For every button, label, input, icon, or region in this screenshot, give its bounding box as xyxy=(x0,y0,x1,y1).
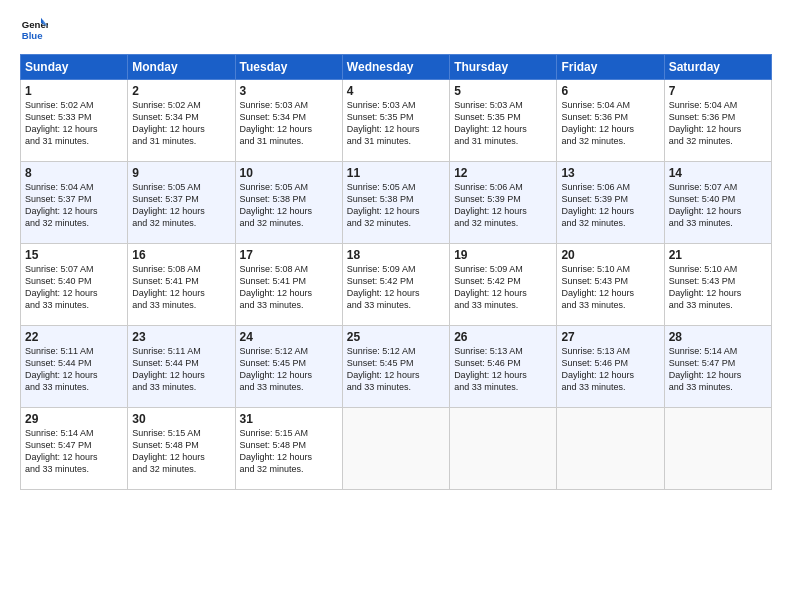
day-details: Sunrise: 5:05 AMSunset: 5:37 PMDaylight:… xyxy=(132,182,205,228)
day-details: Sunrise: 5:03 AMSunset: 5:35 PMDaylight:… xyxy=(454,100,527,146)
day-details: Sunrise: 5:02 AMSunset: 5:34 PMDaylight:… xyxy=(132,100,205,146)
day-details: Sunrise: 5:11 AMSunset: 5:44 PMDaylight:… xyxy=(25,346,98,392)
calendar-cell: 6Sunrise: 5:04 AMSunset: 5:36 PMDaylight… xyxy=(557,80,664,162)
calendar-cell: 12Sunrise: 5:06 AMSunset: 5:39 PMDayligh… xyxy=(450,162,557,244)
day-header-friday: Friday xyxy=(557,55,664,80)
day-number: 20 xyxy=(561,248,659,262)
calendar-cell xyxy=(557,408,664,490)
calendar-cell: 11Sunrise: 5:05 AMSunset: 5:38 PMDayligh… xyxy=(342,162,449,244)
day-number: 28 xyxy=(669,330,767,344)
calendar-cell: 21Sunrise: 5:10 AMSunset: 5:43 PMDayligh… xyxy=(664,244,771,326)
day-details: Sunrise: 5:10 AMSunset: 5:43 PMDaylight:… xyxy=(561,264,634,310)
calendar-cell: 23Sunrise: 5:11 AMSunset: 5:44 PMDayligh… xyxy=(128,326,235,408)
calendar-cell: 19Sunrise: 5:09 AMSunset: 5:42 PMDayligh… xyxy=(450,244,557,326)
page-container: General Blue SundayMondayTuesdayWednesda… xyxy=(0,0,792,612)
calendar-cell xyxy=(342,408,449,490)
day-details: Sunrise: 5:03 AMSunset: 5:34 PMDaylight:… xyxy=(240,100,313,146)
calendar-cell: 18Sunrise: 5:09 AMSunset: 5:42 PMDayligh… xyxy=(342,244,449,326)
logo-icon: General Blue xyxy=(20,16,48,44)
calendar-cell: 26Sunrise: 5:13 AMSunset: 5:46 PMDayligh… xyxy=(450,326,557,408)
calendar-cell: 9Sunrise: 5:05 AMSunset: 5:37 PMDaylight… xyxy=(128,162,235,244)
day-number: 17 xyxy=(240,248,338,262)
day-header-thursday: Thursday xyxy=(450,55,557,80)
day-details: Sunrise: 5:13 AMSunset: 5:46 PMDaylight:… xyxy=(561,346,634,392)
day-number: 12 xyxy=(454,166,552,180)
day-details: Sunrise: 5:13 AMSunset: 5:46 PMDaylight:… xyxy=(454,346,527,392)
day-number: 2 xyxy=(132,84,230,98)
svg-text:Blue: Blue xyxy=(22,30,43,41)
calendar-cell: 4Sunrise: 5:03 AMSunset: 5:35 PMDaylight… xyxy=(342,80,449,162)
day-number: 16 xyxy=(132,248,230,262)
week-row-2: 8Sunrise: 5:04 AMSunset: 5:37 PMDaylight… xyxy=(21,162,772,244)
calendar-cell: 28Sunrise: 5:14 AMSunset: 5:47 PMDayligh… xyxy=(664,326,771,408)
day-number: 25 xyxy=(347,330,445,344)
calendar-cell: 17Sunrise: 5:08 AMSunset: 5:41 PMDayligh… xyxy=(235,244,342,326)
calendar-cell: 13Sunrise: 5:06 AMSunset: 5:39 PMDayligh… xyxy=(557,162,664,244)
day-number: 29 xyxy=(25,412,123,426)
day-number: 26 xyxy=(454,330,552,344)
day-header-wednesday: Wednesday xyxy=(342,55,449,80)
day-details: Sunrise: 5:07 AMSunset: 5:40 PMDaylight:… xyxy=(669,182,742,228)
day-number: 23 xyxy=(132,330,230,344)
day-number: 27 xyxy=(561,330,659,344)
day-details: Sunrise: 5:09 AMSunset: 5:42 PMDaylight:… xyxy=(454,264,527,310)
calendar-cell: 30Sunrise: 5:15 AMSunset: 5:48 PMDayligh… xyxy=(128,408,235,490)
day-details: Sunrise: 5:14 AMSunset: 5:47 PMDaylight:… xyxy=(669,346,742,392)
day-details: Sunrise: 5:14 AMSunset: 5:47 PMDaylight:… xyxy=(25,428,98,474)
day-header-saturday: Saturday xyxy=(664,55,771,80)
calendar-cell: 27Sunrise: 5:13 AMSunset: 5:46 PMDayligh… xyxy=(557,326,664,408)
day-details: Sunrise: 5:06 AMSunset: 5:39 PMDaylight:… xyxy=(454,182,527,228)
calendar-cell: 15Sunrise: 5:07 AMSunset: 5:40 PMDayligh… xyxy=(21,244,128,326)
day-details: Sunrise: 5:10 AMSunset: 5:43 PMDaylight:… xyxy=(669,264,742,310)
day-details: Sunrise: 5:06 AMSunset: 5:39 PMDaylight:… xyxy=(561,182,634,228)
calendar-cell: 20Sunrise: 5:10 AMSunset: 5:43 PMDayligh… xyxy=(557,244,664,326)
day-number: 3 xyxy=(240,84,338,98)
week-row-1: 1Sunrise: 5:02 AMSunset: 5:33 PMDaylight… xyxy=(21,80,772,162)
day-number: 11 xyxy=(347,166,445,180)
day-number: 4 xyxy=(347,84,445,98)
day-number: 22 xyxy=(25,330,123,344)
calendar-cell: 1Sunrise: 5:02 AMSunset: 5:33 PMDaylight… xyxy=(21,80,128,162)
day-number: 7 xyxy=(669,84,767,98)
day-details: Sunrise: 5:09 AMSunset: 5:42 PMDaylight:… xyxy=(347,264,420,310)
calendar-table: SundayMondayTuesdayWednesdayThursdayFrid… xyxy=(20,54,772,490)
day-details: Sunrise: 5:15 AMSunset: 5:48 PMDaylight:… xyxy=(240,428,313,474)
day-number: 31 xyxy=(240,412,338,426)
day-details: Sunrise: 5:08 AMSunset: 5:41 PMDaylight:… xyxy=(132,264,205,310)
day-details: Sunrise: 5:12 AMSunset: 5:45 PMDaylight:… xyxy=(240,346,313,392)
day-details: Sunrise: 5:03 AMSunset: 5:35 PMDaylight:… xyxy=(347,100,420,146)
day-number: 24 xyxy=(240,330,338,344)
day-details: Sunrise: 5:04 AMSunset: 5:36 PMDaylight:… xyxy=(669,100,742,146)
day-details: Sunrise: 5:04 AMSunset: 5:37 PMDaylight:… xyxy=(25,182,98,228)
calendar-cell: 10Sunrise: 5:05 AMSunset: 5:38 PMDayligh… xyxy=(235,162,342,244)
day-number: 15 xyxy=(25,248,123,262)
day-header-sunday: Sunday xyxy=(21,55,128,80)
calendar-cell: 22Sunrise: 5:11 AMSunset: 5:44 PMDayligh… xyxy=(21,326,128,408)
day-header-tuesday: Tuesday xyxy=(235,55,342,80)
calendar-cell: 14Sunrise: 5:07 AMSunset: 5:40 PMDayligh… xyxy=(664,162,771,244)
calendar-cell xyxy=(450,408,557,490)
calendar-cell: 25Sunrise: 5:12 AMSunset: 5:45 PMDayligh… xyxy=(342,326,449,408)
day-number: 6 xyxy=(561,84,659,98)
day-details: Sunrise: 5:07 AMSunset: 5:40 PMDaylight:… xyxy=(25,264,98,310)
calendar-cell: 7Sunrise: 5:04 AMSunset: 5:36 PMDaylight… xyxy=(664,80,771,162)
day-details: Sunrise: 5:02 AMSunset: 5:33 PMDaylight:… xyxy=(25,100,98,146)
calendar-cell: 5Sunrise: 5:03 AMSunset: 5:35 PMDaylight… xyxy=(450,80,557,162)
calendar-cell xyxy=(664,408,771,490)
week-row-3: 15Sunrise: 5:07 AMSunset: 5:40 PMDayligh… xyxy=(21,244,772,326)
day-details: Sunrise: 5:15 AMSunset: 5:48 PMDaylight:… xyxy=(132,428,205,474)
calendar-header-row: SundayMondayTuesdayWednesdayThursdayFrid… xyxy=(21,55,772,80)
calendar-cell: 3Sunrise: 5:03 AMSunset: 5:34 PMDaylight… xyxy=(235,80,342,162)
day-details: Sunrise: 5:05 AMSunset: 5:38 PMDaylight:… xyxy=(240,182,313,228)
day-details: Sunrise: 5:05 AMSunset: 5:38 PMDaylight:… xyxy=(347,182,420,228)
calendar-cell: 24Sunrise: 5:12 AMSunset: 5:45 PMDayligh… xyxy=(235,326,342,408)
day-number: 10 xyxy=(240,166,338,180)
day-number: 5 xyxy=(454,84,552,98)
calendar-cell: 2Sunrise: 5:02 AMSunset: 5:34 PMDaylight… xyxy=(128,80,235,162)
day-number: 30 xyxy=(132,412,230,426)
day-details: Sunrise: 5:12 AMSunset: 5:45 PMDaylight:… xyxy=(347,346,420,392)
day-number: 13 xyxy=(561,166,659,180)
calendar-cell: 31Sunrise: 5:15 AMSunset: 5:48 PMDayligh… xyxy=(235,408,342,490)
day-header-monday: Monday xyxy=(128,55,235,80)
day-number: 18 xyxy=(347,248,445,262)
